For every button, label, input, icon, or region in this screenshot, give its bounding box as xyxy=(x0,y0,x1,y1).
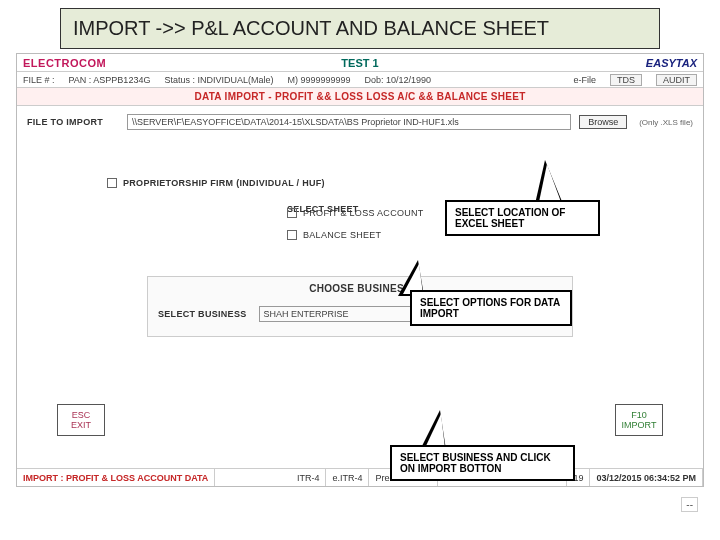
checkbox-icon[interactable] xyxy=(287,230,297,240)
file-hint: (Only .XLS file) xyxy=(639,118,693,127)
slide-title-bar: IMPORT ->> P&L ACCOUNT AND BALANCE SHEET xyxy=(60,8,660,49)
select-business-label: SELECT BUSINESS xyxy=(158,309,247,319)
callout-pointer xyxy=(420,410,446,450)
file-path-input[interactable]: \\SERVER\F\EASYOFFICE\DATA\2014-15\XLSDA… xyxy=(127,114,571,130)
esc-exit-button[interactable]: ESC EXIT xyxy=(57,404,105,436)
file-import-label: FILE TO IMPORT xyxy=(27,117,119,127)
checkbox-icon[interactable] xyxy=(107,178,117,188)
file-import-row: FILE TO IMPORT \\SERVER\F\EASYOFFICE\DAT… xyxy=(27,114,693,130)
status-bar: IMPORT : PROFIT & LOSS ACCOUNT DATA ITR-… xyxy=(17,468,703,486)
audit-button[interactable]: AUDIT xyxy=(656,74,697,86)
dob-label: Dob: 10/12/1990 xyxy=(365,75,432,85)
app-header-row2: FILE # : PAN : ASPPB1234G Status : INDIV… xyxy=(17,72,703,88)
status-eitr: e.ITR-4 xyxy=(326,469,369,486)
file-number-label: FILE # : xyxy=(23,75,55,85)
page-number: -- xyxy=(681,497,698,512)
pan-label: PAN : ASPPB1234G xyxy=(69,75,151,85)
f10-import-button[interactable]: F10 IMPORT xyxy=(615,404,663,436)
callout-business: SELECT BUSINESS AND CLICK ON IMPORT BOTT… xyxy=(390,445,575,481)
slide-title: IMPORT ->> P&L ACCOUNT AND BALANCE SHEET xyxy=(73,17,549,39)
callout-location: SELECT LOCATION OF EXCEL SHEET xyxy=(445,200,600,236)
brand-left: ELECTROCOM xyxy=(17,57,137,69)
section-band: DATA IMPORT - PROFIT && LOSS LOSS A/C &&… xyxy=(17,88,703,106)
callout-options: SELECT OPTIONS FOR DATA IMPORT xyxy=(410,290,572,326)
app-window: ELECTROCOM TEST 1 EASYTAX FILE # : PAN :… xyxy=(16,53,704,487)
status-datetime: 03/12/2015 06:34:52 PM xyxy=(590,469,703,486)
status-label: Status : INDIVIDUAL(Male) xyxy=(164,75,273,85)
header-center: TEST 1 xyxy=(137,57,583,69)
content-area: FILE TO IMPORT \\SERVER\F\EASYOFFICE\DAT… xyxy=(17,106,703,486)
brand-right: EASYTAX xyxy=(583,57,703,69)
tds-button[interactable]: TDS xyxy=(610,74,642,86)
browse-button[interactable]: Browse xyxy=(579,115,627,129)
status-import: IMPORT : PROFIT & LOSS ACCOUNT DATA xyxy=(17,469,215,486)
option-proprietor[interactable]: PROPRIETORSHIP FIRM (INDIVIDUAL / HUF) xyxy=(107,174,693,192)
app-header-row1: ELECTROCOM TEST 1 EASYTAX xyxy=(17,54,703,72)
callout-pointer xyxy=(535,160,563,204)
checkbox-icon[interactable] xyxy=(287,208,297,218)
status-itr: ITR-4 xyxy=(291,469,327,486)
efile-label[interactable]: e-File xyxy=(573,75,596,85)
mobile-label: M) 9999999999 xyxy=(287,75,350,85)
